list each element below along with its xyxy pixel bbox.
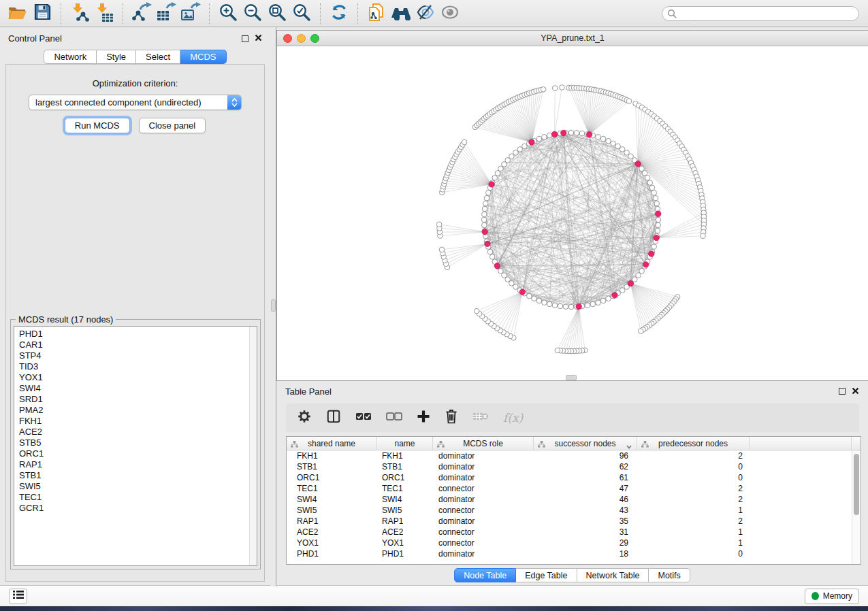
mcds-result-item[interactable]: RAP1 bbox=[19, 459, 257, 470]
mcds-result-item[interactable]: PHD1 bbox=[19, 329, 257, 340]
table-cell[interactable]: FKH1 bbox=[377, 451, 433, 461]
zoom-out-button[interactable] bbox=[240, 2, 265, 25]
toggle-graphics-details-button[interactable] bbox=[413, 2, 438, 25]
table-row[interactable]: STB1STB1dominator620 bbox=[287, 461, 861, 472]
table-cell[interactable]: connector bbox=[433, 538, 534, 548]
mcds-result-scrollbar[interactable] bbox=[249, 327, 257, 565]
mcds-result-item[interactable]: STP4 bbox=[19, 350, 257, 361]
column-header-predecessor-nodes[interactable]: predecessor nodes bbox=[637, 437, 750, 450]
table-cell[interactable]: STB1 bbox=[377, 462, 433, 472]
save-session-button[interactable] bbox=[30, 2, 54, 25]
table-cell[interactable]: SWI5 bbox=[377, 506, 433, 515]
table-cell[interactable]: FKH1 bbox=[287, 451, 377, 461]
mcds-result-item[interactable]: STB1 bbox=[19, 470, 257, 481]
table-cell[interactable]: 62 bbox=[534, 462, 637, 472]
network-window-titlebar[interactable]: YPA_prune.txt_1 bbox=[277, 31, 868, 46]
export-image-button[interactable] bbox=[178, 2, 203, 25]
table-row[interactable]: TEC1TEC1connector472 bbox=[287, 483, 861, 494]
clone-network-button[interactable] bbox=[364, 2, 389, 25]
table-cell[interactable]: 35 bbox=[534, 516, 637, 526]
mcds-result-item[interactable]: TEC1 bbox=[19, 492, 257, 503]
mcds-result-item[interactable]: SWI5 bbox=[19, 481, 257, 492]
tab-select[interactable]: Select bbox=[136, 50, 180, 64]
table-cell[interactable]: dominator bbox=[433, 516, 534, 526]
table-row[interactable]: PHD1PHD1dominator180 bbox=[287, 548, 861, 559]
mcds-result-item[interactable]: YOX1 bbox=[19, 372, 257, 383]
float-panel-icon[interactable] bbox=[242, 35, 248, 42]
table-cell[interactable]: TEC1 bbox=[377, 484, 433, 493]
table-cell[interactable]: 2 bbox=[637, 516, 750, 526]
table-cell[interactable]: PHD1 bbox=[377, 549, 433, 559]
close-window-icon[interactable] bbox=[283, 34, 292, 43]
table-cell[interactable]: 61 bbox=[534, 473, 637, 482]
export-table-button[interactable] bbox=[154, 2, 178, 25]
table-cell[interactable]: TEC1 bbox=[287, 484, 377, 493]
table-cell[interactable]: 18 bbox=[534, 549, 637, 559]
table-cell[interactable]: RAP1 bbox=[287, 516, 377, 526]
table-cell[interactable]: 43 bbox=[534, 506, 637, 515]
search-input[interactable] bbox=[662, 6, 859, 21]
table-cell[interactable]: ACE2 bbox=[287, 527, 377, 537]
tab-edge-table[interactable]: Edge Table bbox=[516, 568, 577, 582]
zoom-in-button[interactable] bbox=[216, 2, 240, 25]
mcds-result-item[interactable]: STB5 bbox=[19, 437, 257, 448]
table-row[interactable]: YOX1YOX1connector291 bbox=[287, 538, 861, 548]
apply-function-button[interactable]: f(x) bbox=[503, 411, 523, 425]
table-row[interactable]: SWI4SWI4dominator462 bbox=[287, 494, 861, 505]
scrollbar-thumb[interactable] bbox=[854, 454, 859, 515]
table-cell[interactable]: dominator bbox=[433, 462, 534, 472]
table-cell[interactable]: connector bbox=[433, 527, 534, 537]
column-header-shared-name[interactable]: shared name bbox=[287, 437, 377, 450]
table-cell[interactable]: dominator bbox=[433, 473, 534, 482]
vertical-splitter[interactable] bbox=[270, 27, 276, 587]
table-row[interactable]: RAP1RAP1dominator352 bbox=[287, 516, 861, 527]
mcds-result-item[interactable]: CAR1 bbox=[19, 340, 257, 350]
table-cell[interactable]: dominator bbox=[433, 549, 534, 559]
table-cell[interactable]: ORC1 bbox=[287, 473, 377, 482]
table-row[interactable]: ORC1ORC1dominator610 bbox=[287, 472, 861, 483]
delete-table-button[interactable] bbox=[472, 410, 489, 425]
mcds-result-item[interactable]: PMA2 bbox=[19, 405, 257, 416]
table-cell[interactable]: dominator bbox=[433, 495, 534, 504]
table-cell[interactable]: 47 bbox=[534, 484, 637, 493]
table-cell[interactable]: PHD1 bbox=[287, 549, 377, 559]
table-cell[interactable]: 1 bbox=[637, 506, 750, 515]
table-cell[interactable]: 0 bbox=[637, 473, 750, 482]
splitter-handle[interactable] bbox=[271, 299, 276, 312]
network-canvas[interactable] bbox=[277, 46, 868, 380]
refresh-view-button[interactable] bbox=[327, 2, 351, 25]
table-row[interactable]: ACE2ACE2connector311 bbox=[287, 527, 861, 538]
table-cell[interactable]: connector bbox=[433, 506, 534, 515]
table-cell[interactable]: YOX1 bbox=[377, 538, 433, 548]
toggle-birds-eye-view-button[interactable] bbox=[438, 2, 462, 25]
table-cell[interactable]: dominator bbox=[433, 451, 534, 461]
table-cell[interactable]: 1 bbox=[637, 538, 750, 548]
mcds-result-list[interactable]: PHD1CAR1STP4TID3YOX1SWI4SRD1PMA2FKH1ACE2… bbox=[14, 326, 257, 566]
column-header-MCDS-role[interactable]: MCDS role bbox=[433, 437, 534, 450]
mcds-result-item[interactable]: FKH1 bbox=[19, 416, 257, 427]
mcds-result-item[interactable]: SRD1 bbox=[19, 394, 257, 405]
export-network-button[interactable] bbox=[129, 2, 154, 25]
column-settings-button[interactable] bbox=[297, 409, 312, 427]
table-cell[interactable]: 1 bbox=[637, 527, 750, 537]
mcds-result-item[interactable]: ACE2 bbox=[19, 427, 257, 437]
import-network-button[interactable] bbox=[67, 2, 92, 25]
mcds-result-item[interactable]: TID3 bbox=[19, 361, 257, 372]
tab-node-table[interactable]: Node Table bbox=[454, 568, 516, 582]
table-cell[interactable]: SWI4 bbox=[287, 495, 377, 504]
table-cell[interactable]: 46 bbox=[534, 495, 637, 504]
close-panel-button[interactable]: Close panel bbox=[139, 118, 206, 133]
table-cell[interactable]: 31 bbox=[534, 527, 637, 537]
table-cell[interactable]: 2 bbox=[637, 495, 750, 504]
table-cell[interactable]: YOX1 bbox=[287, 538, 377, 548]
delete-column-button[interactable] bbox=[445, 409, 458, 427]
add-column-button[interactable] bbox=[417, 410, 430, 426]
tab-motifs[interactable]: Motifs bbox=[649, 568, 690, 582]
select-all-columns-button[interactable] bbox=[355, 412, 372, 424]
close-panel-icon[interactable] bbox=[255, 33, 262, 44]
split-panel-button[interactable] bbox=[326, 409, 341, 427]
mcds-result-item[interactable]: ORC1 bbox=[19, 448, 257, 459]
mcds-result-item[interactable]: SWI4 bbox=[19, 383, 257, 394]
horizontal-splitter-handle[interactable] bbox=[566, 375, 577, 380]
table-cell[interactable]: 0 bbox=[637, 462, 750, 472]
